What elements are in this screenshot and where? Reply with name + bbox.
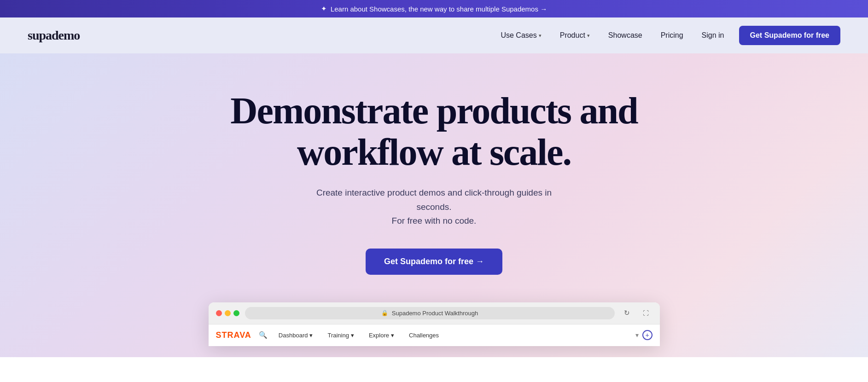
browser-nav-dashboard[interactable]: Dashboard ▾ bbox=[275, 330, 317, 341]
expand-icon[interactable]: ⛶ bbox=[639, 308, 652, 318]
hero-cta-button[interactable]: Get Supademo for free → bbox=[366, 249, 502, 275]
search-icon[interactable]: 🔍 bbox=[259, 331, 268, 339]
browser-nav-challenges[interactable]: Challenges bbox=[405, 330, 443, 341]
browser-nav-training[interactable]: Training ▾ bbox=[324, 330, 357, 341]
hero-section: Demonstrate products and workflow at sca… bbox=[0, 53, 868, 357]
hero-title: Demonstrate products and workflow at sca… bbox=[227, 90, 641, 173]
chevron-down-icon[interactable]: ▾ bbox=[635, 331, 639, 339]
logo[interactable]: supademo bbox=[28, 28, 80, 43]
refresh-icon[interactable]: ↻ bbox=[620, 307, 634, 319]
nav-item-use-cases[interactable]: Use Cases ▾ bbox=[493, 28, 548, 43]
browser-url-bar[interactable]: 🔒 Supademo Product Walkthrough bbox=[245, 307, 615, 319]
nav-cta-button[interactable]: Get Supademo for free bbox=[739, 26, 840, 45]
announcement-icon: ✦ bbox=[321, 5, 327, 13]
chevron-down-icon: ▾ bbox=[587, 33, 590, 39]
browser-right-controls: ▾ + bbox=[635, 330, 652, 340]
url-text: Supademo Product Walkthrough bbox=[392, 310, 478, 317]
browser-nav-explore[interactable]: Explore ▾ bbox=[365, 330, 398, 341]
main-navbar: supademo Use Cases ▾ Product ▾ Showcase … bbox=[0, 17, 868, 53]
chevron-down-icon: ▾ bbox=[391, 332, 394, 339]
announcement-banner: ✦ Learn about Showcases, the new way to … bbox=[0, 0, 868, 17]
close-button-dot[interactable] bbox=[216, 310, 222, 316]
nav-item-showcase[interactable]: Showcase bbox=[601, 28, 650, 43]
minimize-button-dot[interactable] bbox=[225, 310, 231, 316]
browser-chrome-bar: 🔒 Supademo Product Walkthrough ↻ ⛶ bbox=[209, 302, 660, 324]
maximize-button-dot[interactable] bbox=[233, 310, 239, 316]
chevron-down-icon: ▾ bbox=[309, 332, 313, 339]
nav-item-product[interactable]: Product ▾ bbox=[553, 28, 597, 43]
nav-item-pricing[interactable]: Pricing bbox=[653, 28, 691, 43]
browser-traffic-lights bbox=[216, 310, 239, 316]
browser-mockup: 🔒 Supademo Product Walkthrough ↻ ⛶ STRAV… bbox=[209, 302, 660, 346]
lock-icon: 🔒 bbox=[381, 310, 388, 316]
signin-link[interactable]: Sign in bbox=[694, 28, 732, 43]
nav-links: Use Cases ▾ Product ▾ Showcase Pricing S… bbox=[493, 26, 840, 45]
chevron-down-icon: ▾ bbox=[539, 33, 542, 39]
hero-subtitle: Create interactive product demos and cli… bbox=[305, 186, 563, 228]
browser-page-content: STRAVA 🔍 Dashboard ▾ Training ▾ Explore … bbox=[209, 324, 660, 346]
add-tab-button[interactable]: + bbox=[642, 330, 652, 340]
chevron-down-icon: ▾ bbox=[351, 332, 354, 339]
strava-logo: STRAVA bbox=[216, 330, 251, 340]
announcement-link[interactable]: Learn about Showcases, the new way to sh… bbox=[331, 5, 547, 13]
